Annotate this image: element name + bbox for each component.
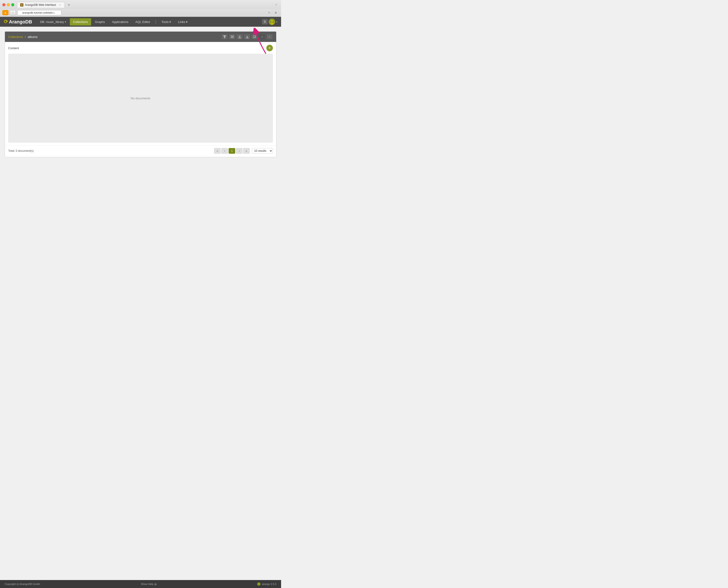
next-page-header-button[interactable]: › <box>266 34 273 40</box>
content-header: Content + <box>8 45 273 51</box>
nav-right: 0 ▾ <box>262 19 277 25</box>
logo-icon: ⟳ <box>4 19 8 25</box>
total-label: Total: 0 document(s) <box>8 149 34 152</box>
svg-point-1 <box>270 23 274 25</box>
add-document-button[interactable]: + <box>266 45 273 51</box>
nav-links-label: Links <box>178 20 185 24</box>
browser-tab[interactable]: A ArangoDB Web Interface × <box>17 2 65 8</box>
maximize-window-button[interactable] <box>11 3 14 6</box>
breadcrumb-separator: > <box>25 35 26 39</box>
filter-icon <box>223 35 226 38</box>
avatar-icon <box>269 19 275 25</box>
nav-item-links[interactable]: Links ▾ <box>175 18 191 25</box>
tools-caret-icon: ▾ <box>169 20 171 24</box>
arango-logo: ⟳ ArangoDB <box>4 19 32 25</box>
close-window-button[interactable] <box>2 3 5 6</box>
notification-badge[interactable]: 0 <box>262 19 268 25</box>
add-icon: + <box>269 46 271 50</box>
documents-wrapper: No documents <box>8 54 273 143</box>
results-per-page-select[interactable]: 10 results 25 results 50 results 100 res… <box>252 148 273 154</box>
browser-toolbar: a ‹ ⊙ ↻ ≡ <box>0 9 281 17</box>
links-caret-icon: ▾ <box>186 20 188 24</box>
tab-title: ArangoDB Web Interface <box>25 3 56 6</box>
notification-count: 0 <box>264 20 265 23</box>
content-area: Content + No documents <box>5 42 276 146</box>
nav-item-tools[interactable]: Tools ▾ <box>158 18 174 25</box>
svg-rect-4 <box>231 37 234 37</box>
back-button[interactable]: ‹ <box>10 10 16 15</box>
edit-button[interactable] <box>251 34 258 40</box>
documents-area: No documents <box>8 54 273 143</box>
collections-panel: Collections > albums <box>5 31 276 157</box>
download-button[interactable] <box>236 34 243 40</box>
nav-item-graphs[interactable]: Graphs <box>91 18 108 25</box>
prev-page-header-button[interactable]: ‹ <box>259 34 265 40</box>
traffic-lights <box>2 3 14 6</box>
breadcrumb-collections-link[interactable]: Collections <box>8 35 23 39</box>
nav-tools-label: Tools <box>162 20 168 24</box>
main-content: Collections > albums <box>0 27 281 191</box>
svg-rect-6 <box>238 38 241 38</box>
new-tab-button[interactable]: + <box>66 3 71 7</box>
last-page-button[interactable]: » <box>243 148 250 154</box>
nav-aql-label: AQL Editor <box>135 20 150 24</box>
nav-collections-label: Collections <box>73 20 88 24</box>
pagination-right: « ‹ 1 › » 10 results 25 results 50 resul… <box>214 148 273 154</box>
breadcrumb: Collections > albums <box>8 35 38 39</box>
browser-chrome: A ArangoDB Web Interface × + ⤢ a ‹ ⊙ ↻ ≡ <box>0 0 281 17</box>
browser-titlebar: A ArangoDB Web Interface × + ⤢ <box>0 0 281 9</box>
minimize-window-button[interactable] <box>7 3 10 6</box>
download-icon <box>238 35 241 38</box>
upload-icon <box>246 35 249 38</box>
avatar-caret-icon: ▾ <box>276 21 277 23</box>
svg-rect-3 <box>231 36 234 36</box>
reload-button[interactable]: ↻ <box>268 11 270 14</box>
logo-text: ArangoDB <box>9 19 32 25</box>
db-label: DB: music_library <box>40 20 64 24</box>
browser-menu-button[interactable]: ≡ <box>273 10 279 15</box>
prev-page-button[interactable]: ‹ <box>221 148 228 154</box>
current-page-button[interactable]: 1 <box>229 148 235 154</box>
svg-rect-5 <box>231 38 234 38</box>
amazon-button[interactable]: a <box>2 10 8 15</box>
pagination-bar: Total: 0 document(s) « ‹ 1 › » 10 result… <box>5 146 276 157</box>
nav-item-collections[interactable]: Collections <box>70 18 91 25</box>
pagination-controls: « ‹ 1 › » <box>214 148 250 154</box>
db-selector[interactable]: DB: music_library ▾ <box>37 18 69 25</box>
nav-graphs-label: Graphs <box>95 20 105 24</box>
add-button-container: + <box>266 45 273 51</box>
svg-marker-2 <box>223 35 226 38</box>
filter-button[interactable] <box>221 34 228 40</box>
svg-point-0 <box>271 20 273 22</box>
nav-items: DB: music_library ▾ Collections Graphs A… <box>37 18 262 25</box>
nav-applications-label: Applications <box>112 20 128 24</box>
arango-nav: ⟳ ArangoDB DB: music_library ▾ Collectio… <box>0 17 281 27</box>
no-documents-text: No documents <box>131 97 150 100</box>
svg-rect-8 <box>239 35 240 37</box>
tab-favicon: A <box>20 3 23 6</box>
tab-close-button[interactable]: × <box>58 3 62 6</box>
content-title: Content <box>8 46 19 50</box>
db-caret-icon: ▾ <box>65 21 66 23</box>
panel-actions: ‹ › <box>221 34 273 40</box>
address-bar-wrap: ⊙ ↻ <box>17 10 271 15</box>
panel-header: Collections > albums <box>5 31 276 42</box>
list-icon <box>231 36 234 38</box>
user-avatar[interactable] <box>269 19 275 25</box>
first-page-button[interactable]: « <box>214 148 221 154</box>
edit-icon <box>253 35 256 38</box>
svg-rect-11 <box>247 37 248 38</box>
address-bar[interactable] <box>17 10 61 15</box>
list-view-button[interactable] <box>229 34 235 40</box>
breadcrumb-current: albums <box>28 35 38 39</box>
nav-divider: | <box>154 20 158 24</box>
nav-item-aql-editor[interactable]: AQL Editor <box>132 18 153 25</box>
nav-item-applications[interactable]: Applications <box>109 18 132 25</box>
upload-button[interactable] <box>244 34 250 40</box>
resize-icon: ⤢ <box>275 3 279 7</box>
next-page-button[interactable]: › <box>236 148 242 154</box>
